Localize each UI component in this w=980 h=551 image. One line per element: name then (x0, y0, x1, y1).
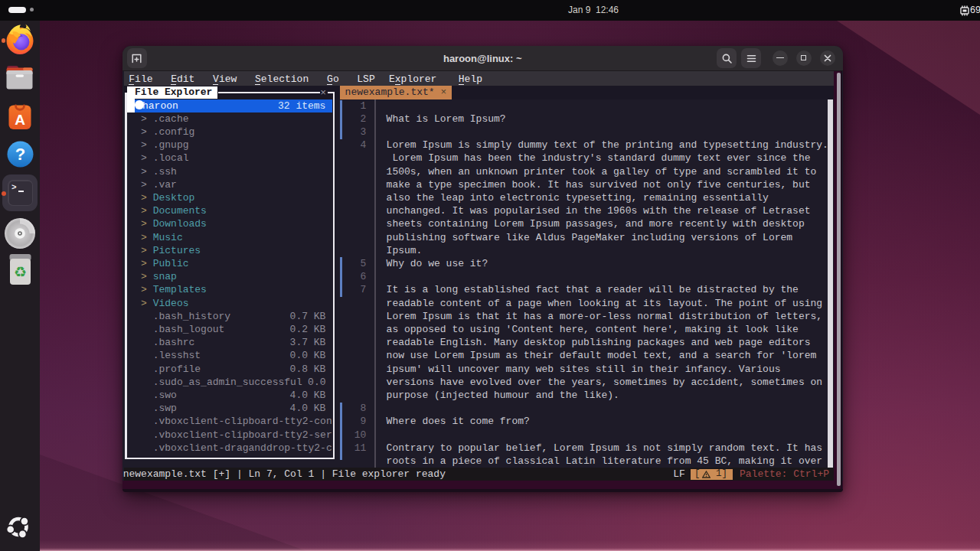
svg-text:?: ? (15, 145, 25, 164)
svg-text:♻: ♻ (14, 264, 27, 280)
svg-text:A: A (15, 112, 25, 128)
